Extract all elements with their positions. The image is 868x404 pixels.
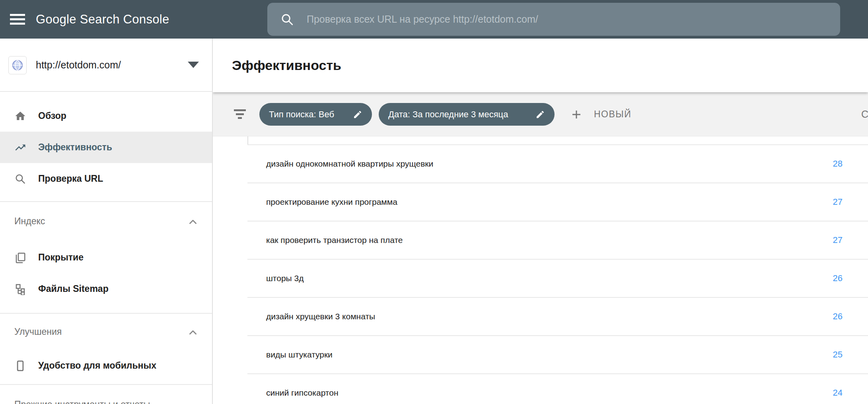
divider [0, 313, 212, 314]
query-cell: синий гипсокартон [266, 388, 339, 398]
query-cell: дизайн однокомнатной квартиры хрущевки [266, 159, 433, 169]
pages-icon [14, 252, 26, 264]
new-filter-label: НОВЫЙ [594, 109, 631, 120]
table-row[interactable]: шторы 3д 26 [247, 259, 868, 297]
export-button-partial[interactable]: С [861, 103, 868, 126]
property-url: http://etotdom.com/ [36, 39, 121, 91]
home-icon [14, 110, 26, 122]
table-row[interactable]: как проверить транзистор на плате 27 [247, 221, 868, 259]
divider [0, 201, 212, 202]
divider [0, 384, 212, 385]
clicks-cell: 25 [833, 350, 843, 360]
filter-icon[interactable] [234, 109, 246, 121]
clicks-cell: 26 [833, 311, 843, 322]
search-type-filter-chip[interactable]: Тип поиска: Веб [259, 103, 372, 126]
sidebar-item-sitemaps[interactable]: Файлы Sitemap [0, 273, 212, 305]
clicks-cell: 24 [833, 388, 843, 398]
sidebar-item-label: Файлы Sitemap [38, 284, 109, 294]
sidebar-item-mobile-usability[interactable]: Удобство для мобильных [0, 350, 212, 381]
caret-down-icon [188, 62, 199, 68]
query-cell: шторы 3д [266, 274, 304, 283]
section-title-enhancements: Улучшения [14, 326, 62, 337]
queries-table: дизайн однокомнатной квартиры хрущевки 2… [247, 144, 868, 404]
app-logo: Google Search Console [36, 0, 169, 39]
sidebar-item-url-inspection[interactable]: Проверка URL [0, 163, 212, 194]
table-row[interactable]: виды штукатурки 25 [247, 335, 868, 373]
property-favicon-tile [8, 56, 27, 74]
chip-label: Дата: За последние 3 месяца [388, 109, 508, 120]
trending-up-icon [14, 142, 26, 153]
pencil-icon [535, 110, 545, 119]
clicks-cell: 28 [833, 159, 843, 169]
clicks-cell: 27 [833, 235, 843, 245]
page-header: Эффективность [213, 39, 868, 92]
sidebar-item-coverage[interactable]: Покрытие [0, 242, 212, 273]
clicks-cell: 26 [833, 273, 843, 284]
query-cell: проектирование кухни программа [266, 197, 397, 207]
chevron-up-icon[interactable] [187, 216, 199, 228]
search-icon [14, 173, 26, 185]
sidebar: http://etotdom.com/ Обзор Эффективность … [0, 39, 213, 404]
query-cell: как проверить транзистор на плате [266, 235, 403, 245]
section-title-index: Индекс [14, 216, 45, 227]
sidebar-item-label: Обзор [38, 111, 66, 121]
date-filter-chip[interactable]: Дата: За последние 3 месяца [379, 103, 555, 126]
table-row[interactable]: синий гипсокартон 24 [247, 373, 868, 404]
table-row[interactable]: дизайн однокомнатной квартиры хрущевки 2… [247, 144, 868, 183]
chip-label: Тип поиска: Веб [269, 109, 334, 120]
property-selector[interactable]: http://etotdom.com/ [0, 39, 212, 92]
sidebar-item-label: Покрытие [38, 252, 84, 263]
app-top-bar: Google Search Console [0, 0, 868, 39]
table-row[interactable]: проектирование кухни программа 27 [247, 183, 868, 221]
search-input[interactable] [306, 13, 840, 25]
url-inspection-searchbox[interactable] [267, 3, 840, 36]
sidebar-item-overview[interactable]: Обзор [0, 100, 212, 132]
search-icon [280, 13, 294, 26]
sidebar-item-label: Эффективность [38, 142, 112, 153]
filter-toolbar: Тип поиска: Веб Дата: За последние 3 мес… [213, 92, 868, 136]
table-row[interactable]: дизайн хрущевки 3 комнаты 26 [247, 297, 868, 335]
menu-icon[interactable] [10, 14, 25, 25]
page-title: Эффективность [232, 58, 341, 73]
sidebar-item-performance[interactable]: Эффективность [0, 132, 212, 163]
query-cell: виды штукатурки [266, 350, 333, 359]
chevron-up-icon[interactable] [187, 326, 199, 338]
pencil-icon [353, 110, 362, 119]
clicks-cell: 27 [833, 197, 843, 207]
globe-favicon [12, 59, 23, 71]
sitemap-icon [14, 283, 26, 295]
section-title-legacy-tools: Прежние инструменты и отчеты [14, 399, 150, 404]
smartphone-icon [14, 360, 26, 372]
sidebar-item-label: Удобство для мобильных [38, 360, 156, 371]
sidebar-item-label: Проверка URL [38, 173, 103, 184]
query-cell: дизайн хрущевки 3 комнаты [266, 312, 375, 321]
new-filter-button[interactable]: НОВЫЙ [570, 103, 631, 126]
plus-icon [570, 108, 583, 121]
